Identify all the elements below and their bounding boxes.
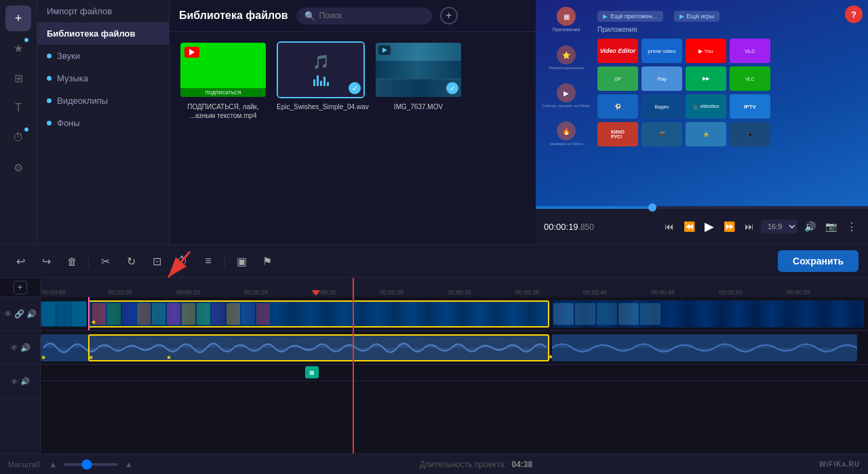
media-item-2[interactable]: 🎵 ✓ Epic_Swishes_Simple_04.wav	[277, 41, 365, 120]
track-row-3: ▦	[41, 365, 868, 381]
track-row-1: ★	[41, 297, 868, 331]
media-thumb-1: ПОДПИСАТЬСЯ	[179, 41, 267, 98]
media-name-2: Epic_Swishes_Simple_04.wav	[277, 102, 365, 111]
delete-button[interactable]: 🗑	[61, 250, 83, 272]
sidebar: + ★ ⊞ T ⏱ ⚙	[0, 0, 37, 244]
play-skip-end-button[interactable]: ⏭	[742, 218, 757, 235]
crop-button[interactable]: ⊡	[146, 250, 167, 272]
play-pause-button[interactable]: ▶	[702, 216, 717, 237]
search-icon: 🔍	[304, 11, 315, 21]
screenshot-button[interactable]: 📷	[823, 218, 840, 235]
media-thumb-3: ✓	[374, 41, 462, 98]
media-check-3: ✓	[446, 82, 458, 94]
media-item-1[interactable]: ПОДПИСАТЬСЯ ПОДПИСАТЬСЯ, лайк, ...азным …	[179, 41, 267, 120]
sidebar-item-library[interactable]: Библиотека файлов	[37, 22, 169, 45]
media-play-icon-3	[378, 45, 391, 55]
screen-button[interactable]: ▣	[231, 250, 252, 272]
timeline-footer: Масштаб: ▲ ▲ Длительность проекта: 04:38…	[0, 454, 868, 474]
play-back-button[interactable]: ⏪	[681, 218, 698, 235]
timeline-ruler: 00:00:00 00:00:05 00:00:10 00:00:15 00:0…	[41, 278, 868, 297]
sidebar-icon-grid[interactable]: ⊞	[5, 65, 31, 91]
sidebar-icon-text[interactable]: T	[5, 95, 31, 121]
thumbnail-marker[interactable]: ▦	[305, 366, 319, 378]
sidebar-icon-star[interactable]: ★	[5, 35, 31, 61]
file-panel: Импорт файлов Библиотека файлов Звуки Му…	[37, 0, 170, 244]
sidebar-item-videoclips[interactable]: Видеоклипы	[37, 90, 169, 112]
app-container: + ★ ⊞ T ⏱ ⚙ Импорт файлов Библиотека фай…	[0, 0, 868, 474]
speed-button[interactable]: ⏱	[172, 250, 193, 272]
undo-button[interactable]: ↩	[9, 250, 31, 272]
add-track-button[interactable]: +	[14, 281, 27, 294]
sidebar-item-backgrounds[interactable]: Фоны	[37, 112, 169, 134]
clip-main-selected[interactable]: ★	[88, 300, 549, 328]
eye-button-3[interactable]: 👁	[11, 378, 18, 386]
media-grid: ПОДПИСАТЬСЯ ПОДПИСАТЬСЯ, лайк, ...азным …	[170, 32, 536, 130]
media-name-3: IMG_7637.MOV	[394, 102, 443, 111]
media-item-3[interactable]: ✓ IMG_7637.MOV	[374, 41, 462, 120]
audio-button-3[interactable]: 🔊	[20, 377, 30, 386]
audio-button-1[interactable]: 🔊	[26, 309, 37, 319]
sidebar-icon-settings[interactable]: ⚙	[5, 155, 31, 180]
media-library: Библиотека файлов 🔍 +	[170, 0, 536, 244]
media-name-1: ПОДПИСАТЬСЯ, лайк, ...азным текстом.mp4	[179, 102, 267, 120]
sidebar-item-import[interactable]: Импорт файлов	[37, 0, 169, 22]
timeline-top: + 00:00:00 00:00:05 00:00:10 00:00:15	[0, 278, 868, 297]
tracks-area: 👁 🔗 🔊 👁 🔊 👁 🔊	[0, 297, 868, 454]
duration-label: Длительность проекта: 04:38	[420, 460, 532, 469]
preview-progress-bar[interactable]	[536, 206, 868, 209]
media-check-2: ✓	[349, 82, 361, 94]
track-controls: 👁 🔗 🔊 👁 🔊 👁 🔊	[0, 297, 41, 454]
top-area: + ★ ⊞ T ⏱ ⚙ Импорт файлов Библиотека фай…	[0, 0, 868, 244]
sidebar-icon-plus[interactable]: +	[5, 5, 31, 31]
equalizer-button[interactable]: ≡	[197, 250, 219, 272]
preview-panel: ▦ Приложения ⭐ Рекомендованные ▶ Сейчас …	[536, 0, 868, 244]
toolbar: ↩ ↪ 🗑 ✂ ↻ ⊡ ⏱ ≡ ▣ ⚑ Сохранить	[0, 244, 868, 278]
scale-slider[interactable]	[64, 463, 118, 466]
ratio-selector[interactable]: 16:9 9:16 1:1 4:3	[761, 220, 797, 233]
sidebar-icon-clock[interactable]: ⏱	[5, 125, 31, 151]
more-options-button[interactable]: ⋮	[844, 218, 860, 236]
flag-button[interactable]: ⚑	[256, 250, 278, 272]
media-thumb-2: 🎵 ✓	[277, 41, 365, 98]
rotate-button[interactable]: ↻	[120, 250, 142, 272]
netflix-logo: Video Editor	[600, 47, 636, 54]
preview-controls: 00:00:19.850 ⏮ ⏪ ▶ ⏩ ⏭ 16:9 9:16 1:1 4:3…	[536, 209, 868, 244]
track-row-2: ★ ★ ★ ★	[41, 331, 868, 365]
play-skip-start-button[interactable]: ⏮	[662, 218, 677, 235]
search-input[interactable]	[319, 11, 424, 20]
eye-button-1[interactable]: 👁	[4, 309, 12, 319]
add-media-button[interactable]: +	[440, 7, 458, 24]
sidebar-item-music[interactable]: Музыка	[37, 67, 169, 90]
link-button-1[interactable]: 🔗	[14, 309, 24, 319]
watermark: WiFiKa.RU	[819, 460, 860, 468]
clip-right-1[interactable]	[552, 300, 864, 328]
time-display: 00:00:19.850	[544, 222, 658, 232]
cut-button[interactable]: ✂	[94, 250, 116, 272]
redo-button[interactable]: ↪	[35, 250, 57, 272]
tracks-scroll[interactable]: ★	[41, 297, 868, 454]
audio-waveform-main[interactable]: ★ ★ ★	[41, 334, 549, 361]
library-title: Библиотека файлов	[179, 9, 288, 22]
scale-decrease-button[interactable]: ▲	[49, 460, 57, 469]
volume-button[interactable]: 🔊	[802, 218, 818, 235]
timeline-area: + 00:00:00 00:00:05 00:00:10 00:00:15	[0, 278, 868, 474]
playhead	[353, 278, 354, 297]
scale-label: Масштаб:	[8, 460, 42, 469]
clip-small-1[interactable]	[41, 301, 87, 327]
scale-increase-button[interactable]: ▲	[125, 460, 133, 469]
play-forward-button[interactable]: ⏩	[721, 218, 738, 235]
preview-video: ▦ Приложения ⭐ Рекомендованные ▶ Сейчас …	[536, 0, 868, 206]
eye-button-2[interactable]: 👁	[10, 343, 18, 353]
search-box: 🔍	[296, 7, 432, 24]
sidebar-item-sounds[interactable]: Звуки	[37, 45, 169, 67]
audio-button-2[interactable]: 🔊	[20, 343, 31, 353]
preview-help-button[interactable]: ?	[845, 5, 863, 23]
library-header: Библиотека файлов 🔍 +	[170, 0, 536, 32]
audio-right[interactable]	[552, 334, 857, 361]
save-button[interactable]: Сохранить	[778, 250, 859, 272]
